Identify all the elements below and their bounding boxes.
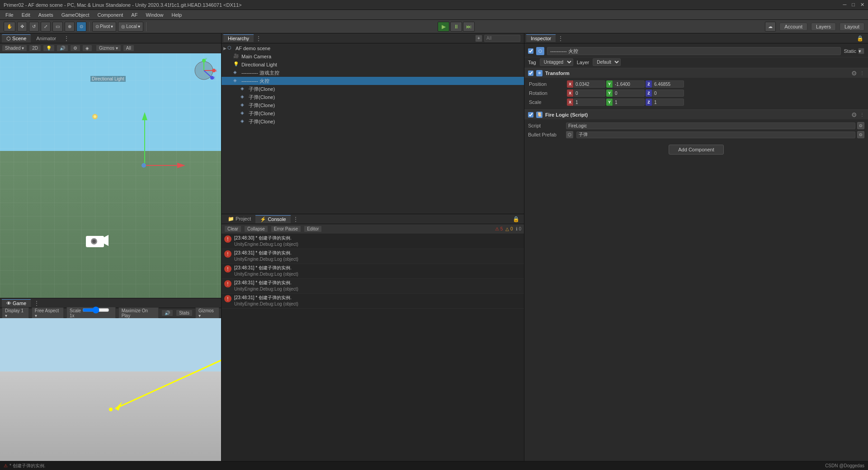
scale-tool-btn[interactable]: ⤢ xyxy=(41,22,51,32)
scale-y-input[interactable] xyxy=(613,99,645,106)
cloud-btn[interactable]: ☁ xyxy=(765,22,776,32)
transform-settings-icon[interactable]: ⚙ xyxy=(851,70,857,77)
hierarchy-item-5[interactable]: ◈ 子弹(Clone) xyxy=(222,85,524,93)
bullet-prefab-input[interactable] xyxy=(576,132,855,138)
menu-component[interactable]: Component xyxy=(94,11,127,19)
tab-animator[interactable]: Animator xyxy=(32,35,61,42)
stats-btn[interactable]: Stats xyxy=(176,310,193,316)
bullet-select-btn[interactable]: ⊙ xyxy=(857,131,864,138)
pivot-btn[interactable]: ⊙ Pivot ▾ xyxy=(92,22,116,32)
menu-help[interactable]: Help xyxy=(168,11,186,19)
console-panel-menu[interactable]: ⋮ xyxy=(291,216,301,223)
scale-z-input[interactable] xyxy=(652,99,684,106)
shaded-btn[interactable]: Shaded ▾ xyxy=(2,45,27,52)
maximize-btn[interactable]: □ xyxy=(852,2,855,8)
custom-tool-btn[interactable]: ⊙ xyxy=(76,22,86,32)
console-row-4[interactable]: ! [23:48:31] * 创建子弹的实例. UnityEngine.Debu… xyxy=(222,294,524,309)
scene-icon-btn2[interactable]: 🔊 xyxy=(57,45,68,52)
fire-logic-settings-icon[interactable]: ⚙ xyxy=(851,111,857,118)
error-pause-btn[interactable]: Error Pause xyxy=(271,226,301,232)
inspector-lock-icon[interactable]: 🔒 xyxy=(857,35,866,42)
game-canvas[interactable] xyxy=(0,318,221,470)
tab-hierarchy[interactable]: Hierarchy xyxy=(223,34,254,42)
console-row-2[interactable]: ! [23:48:31] * 创建子弹的实例. UnityEngine.Debu… xyxy=(222,264,524,279)
transform-tool-btn[interactable]: ⊕ xyxy=(65,22,75,32)
console-row-3[interactable]: ! [23:48:31] * 创建子弹的实例. UnityEngine.Debu… xyxy=(222,279,524,294)
pos-z-input[interactable] xyxy=(652,80,684,88)
fire-logic-expand-icon[interactable]: ⋮ xyxy=(860,112,864,117)
console-row-1[interactable]: ! [23:48:31] * 创建子弹的实例. UnityEngine.Debu… xyxy=(222,249,524,264)
hierarchy-item-9[interactable]: ◈ 子弹(Clone) xyxy=(222,118,524,126)
tab-console[interactable]: ⚡ Console xyxy=(255,215,290,223)
hierarchy-item-1[interactable]: 🎥 Main Camera xyxy=(222,52,524,61)
menu-edit[interactable]: Edit xyxy=(18,11,34,19)
play-btn[interactable]: ▶ xyxy=(438,22,449,32)
console-row-0[interactable]: ! [23:48:30] * 创建子弹的实例. UnityEngine.Debu… xyxy=(222,234,524,249)
console-lock-icon[interactable]: 🔒 xyxy=(513,216,522,222)
aspect-btn[interactable]: Free Aspect ▾ xyxy=(32,307,64,319)
hand-tool-btn[interactable]: ✋ xyxy=(4,22,15,32)
script-select-btn[interactable]: ⊙ xyxy=(857,122,864,129)
tab-scene[interactable]: ⬡ Scene xyxy=(2,34,31,42)
menu-assets[interactable]: Assets xyxy=(35,11,57,19)
hierarchy-search-input[interactable] xyxy=(484,35,520,42)
menu-window[interactable]: Window xyxy=(142,11,167,19)
fire-logic-header[interactable]: 📜 Fire Logic (Script) ⚙ ⋮ xyxy=(524,109,868,119)
scene-icon-btn4[interactable]: ◈ xyxy=(82,45,92,52)
account-btn[interactable]: Account xyxy=(779,23,807,31)
inspector-panel-menu[interactable]: ⋮ xyxy=(556,35,566,42)
mute-btn[interactable]: 🔊 xyxy=(161,310,173,316)
step-btn[interactable]: ⏭ xyxy=(463,22,475,32)
hierarchy-item-4[interactable]: ◈ ---------- 火控 xyxy=(222,77,524,85)
local-btn[interactable]: ◎ Local ▾ xyxy=(118,22,143,32)
all-label-btn[interactable]: All xyxy=(123,45,134,52)
scene-panel-menu[interactable]: ⋮ xyxy=(61,35,71,42)
transform-header[interactable]: ⊕ Transform ⚙ ⋮ xyxy=(524,68,868,78)
close-btn[interactable]: ✕ xyxy=(860,2,864,8)
layers-btn[interactable]: Layers xyxy=(811,23,836,31)
tag-select[interactable]: Untagged xyxy=(540,58,573,66)
minimize-btn[interactable]: ─ xyxy=(843,2,847,8)
hierarchy-item-2[interactable]: 💡 Directional Light xyxy=(222,61,524,69)
hierarchy-item-8[interactable]: ◈ 子弹(Clone) xyxy=(222,109,524,118)
hierarchy-item-7[interactable]: ◈ 子弹(Clone) xyxy=(222,101,524,109)
move-tool-btn[interactable]: ✥ xyxy=(17,22,27,32)
gizmo-widget[interactable]: X Y Z xyxy=(190,57,217,84)
editor-btn[interactable]: Editor xyxy=(304,226,322,232)
menu-file[interactable]: File xyxy=(2,11,17,19)
tab-inspector[interactable]: Inspector xyxy=(526,34,556,42)
hierarchy-item-0[interactable]: ▶ ⬡ AF demo scene xyxy=(222,44,524,52)
pause-btn[interactable]: ⏸ xyxy=(450,22,462,32)
tab-game[interactable]: 👁 Game xyxy=(2,299,31,307)
clear-btn[interactable]: Clear xyxy=(224,226,241,232)
script-field-input[interactable] xyxy=(566,122,855,129)
display-btn[interactable]: Display 1 ▾ xyxy=(2,307,29,319)
object-name-input[interactable] xyxy=(547,47,841,55)
transform-expand-icon[interactable]: ⋮ xyxy=(860,70,864,75)
hierarchy-add-btn[interactable]: + xyxy=(475,35,482,42)
hierarchy-item-6[interactable]: ◈ 子弹(Clone) xyxy=(222,93,524,101)
transform-active[interactable] xyxy=(528,70,533,76)
scene-icon-btn1[interactable]: 💡 xyxy=(43,45,55,52)
rot-z-input[interactable] xyxy=(652,89,684,97)
scale-slider[interactable] xyxy=(82,308,109,312)
menu-gameobject[interactable]: GameObject xyxy=(58,11,93,19)
menu-af[interactable]: AF xyxy=(127,11,141,19)
hierarchy-item-3[interactable]: ◈ ---------- 游戏主控 xyxy=(222,69,524,77)
tab-project[interactable]: 📁 Project xyxy=(223,215,255,223)
fire-logic-active[interactable] xyxy=(528,112,533,118)
scene-canvas[interactable]: X Y Z xyxy=(0,53,221,298)
static-dropdown-btn[interactable]: ▾ xyxy=(858,48,864,54)
view-2d-btn[interactable]: 2D xyxy=(29,45,41,52)
maximize-btn[interactable]: Maximize On Play xyxy=(118,307,159,319)
game-gizmos-btn[interactable]: Gizmos ▾ xyxy=(195,307,219,319)
rotate-tool-btn[interactable]: ↺ xyxy=(29,22,39,32)
pos-x-input[interactable] xyxy=(574,80,605,88)
rect-tool-btn[interactable]: ▭ xyxy=(52,22,63,32)
collapse-btn[interactable]: Collapse xyxy=(244,226,268,232)
layer-select[interactable]: Default xyxy=(593,58,621,66)
object-active-checkbox[interactable] xyxy=(528,48,533,54)
gizmos-btn[interactable]: Gizmos ▾ xyxy=(96,45,121,52)
scale-x-input[interactable] xyxy=(574,99,605,106)
pos-y-input[interactable] xyxy=(613,80,645,88)
